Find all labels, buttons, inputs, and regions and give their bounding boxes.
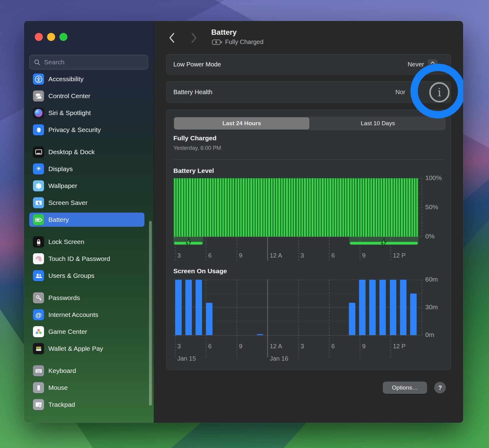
day-label: Jan 16 bbox=[270, 355, 288, 362]
chart-bar bbox=[388, 178, 390, 237]
sidebar-item-users-groups[interactable]: Users & Groups bbox=[29, 269, 144, 283]
x-axis-tick-label: 3 bbox=[301, 252, 304, 259]
chart-bar bbox=[342, 178, 344, 237]
minimize-window-button[interactable] bbox=[47, 33, 55, 41]
sidebar-item-accessibility[interactable]: Accessibility bbox=[29, 72, 144, 86]
sidebar-item-label: Wallet & Apple Pay bbox=[48, 345, 103, 352]
sidebar-scrollbar[interactable] bbox=[149, 221, 152, 406]
chart-bar bbox=[355, 178, 357, 237]
sidebar-item-siri-spotlight[interactable]: Siri & Spotlight bbox=[29, 106, 144, 120]
options-button[interactable]: Options… bbox=[383, 382, 427, 394]
low-power-mode-value: Never bbox=[408, 61, 424, 68]
chart-bar bbox=[197, 178, 198, 237]
screen-saver-icon bbox=[33, 197, 44, 208]
chart-bar bbox=[400, 280, 406, 335]
game-center-icon bbox=[33, 326, 44, 337]
chart-bar bbox=[194, 178, 196, 237]
battery-status: Fully Charged bbox=[212, 38, 264, 46]
sidebar-item-mouse[interactable]: Mouse bbox=[29, 381, 144, 395]
battery-health-info-icon[interactable]: i bbox=[429, 82, 450, 102]
tab-last-10-days[interactable]: Last 10 Days bbox=[310, 117, 446, 130]
x-axis-tick-label: 12 A bbox=[270, 252, 282, 259]
chart-bar bbox=[245, 178, 247, 237]
sidebar-item-passwords[interactable]: Passwords bbox=[29, 291, 144, 305]
zoom-window-button[interactable] bbox=[59, 33, 67, 41]
battery-usage-card: Last 24 HoursLast 10 Days Fully Charged … bbox=[166, 110, 451, 370]
chart-bar bbox=[266, 178, 267, 237]
chart-bar bbox=[353, 178, 354, 237]
x-axis-tick-label: 6 bbox=[331, 252, 335, 259]
sidebar-item-game-center[interactable]: Game Center bbox=[29, 325, 144, 339]
chart-bar bbox=[379, 280, 386, 335]
sidebar-item-internet-accounts[interactable]: @Internet Accounts bbox=[29, 308, 144, 322]
chart-bar bbox=[184, 178, 186, 237]
low-power-mode-card: Low Power Mode Never bbox=[166, 54, 451, 74]
x-axis-tick-label: 3 bbox=[177, 252, 181, 259]
y-gridline bbox=[173, 335, 422, 335]
chart-bar bbox=[368, 178, 370, 237]
chart-bar bbox=[322, 178, 323, 237]
sidebar-item-screen-saver[interactable]: Screen Saver bbox=[29, 196, 144, 210]
sidebar-item-wallpaper[interactable]: Wallpaper bbox=[29, 179, 144, 193]
chart-bar bbox=[370, 178, 372, 237]
chart-bar bbox=[369, 280, 376, 335]
plot-right-boundary bbox=[422, 280, 422, 335]
x-axis-tick-label: 6 bbox=[208, 343, 212, 350]
chart-bar bbox=[196, 280, 202, 335]
search-input[interactable] bbox=[43, 58, 137, 66]
sidebar-item-control-center[interactable]: Control Center bbox=[29, 89, 144, 103]
sidebar-item-label: Touch ID & Password bbox=[48, 255, 110, 262]
chart-bar bbox=[204, 178, 206, 237]
chart-bar bbox=[232, 178, 234, 237]
low-power-mode-popup-button[interactable] bbox=[428, 59, 438, 70]
chart-bar bbox=[235, 178, 237, 237]
close-window-button[interactable] bbox=[35, 33, 43, 41]
chart-bar bbox=[297, 178, 298, 237]
day-label: Jan 15 bbox=[177, 355, 196, 362]
chart-bar bbox=[276, 178, 277, 237]
forward-button[interactable] bbox=[189, 32, 199, 43]
help-button[interactable]: ? bbox=[434, 382, 446, 394]
chart-bar bbox=[335, 178, 336, 237]
sidebar-item-label: Wallpaper bbox=[48, 182, 77, 190]
accessibility-icon bbox=[33, 74, 44, 85]
at-sign-icon: @ bbox=[33, 309, 44, 320]
chart-bar bbox=[185, 280, 192, 335]
battery-level-chart-title: Battery Level bbox=[173, 167, 214, 174]
tab-last-24-hours[interactable]: Last 24 Hours bbox=[174, 117, 309, 130]
chart-bar bbox=[220, 178, 221, 237]
sidebar-item-privacy-security[interactable]: Privacy & Security bbox=[29, 123, 144, 137]
sidebar-item-label: Accessibility bbox=[48, 75, 83, 83]
chart-bars bbox=[173, 178, 418, 237]
sidebar-item-label: Control Center bbox=[48, 92, 91, 100]
sidebar-item-label: Game Center bbox=[48, 328, 87, 335]
sidebar-item-desktop-dock[interactable]: Desktop & Dock bbox=[29, 145, 144, 159]
chart-bar bbox=[376, 178, 377, 237]
chart-bar bbox=[248, 178, 249, 237]
chart-bar bbox=[206, 303, 212, 335]
lock-icon bbox=[33, 236, 44, 247]
control-center-icon bbox=[33, 90, 44, 102]
sidebar-item-keyboard[interactable]: Keyboard bbox=[29, 364, 144, 378]
time-range-segmented-control: Last 24 HoursLast 10 Days bbox=[173, 117, 446, 130]
sidebar-item-trackpad[interactable]: Trackpad bbox=[29, 398, 144, 412]
chart-bar bbox=[383, 178, 385, 237]
chart-bar bbox=[345, 178, 346, 237]
sidebar-item-label: Siri & Spotlight bbox=[48, 109, 91, 117]
system-settings-window: AccessibilityControl CenterSiri & Spotli… bbox=[24, 21, 463, 423]
sidebar-item-label: Passwords bbox=[48, 294, 80, 302]
sidebar-item-lock-screen[interactable]: Lock Screen bbox=[29, 235, 144, 249]
sidebar-item-displays[interactable]: ☀Displays bbox=[29, 162, 144, 176]
chart-bar bbox=[350, 178, 352, 237]
sidebar-item-battery[interactable]: Battery bbox=[29, 213, 144, 227]
chart-bar bbox=[416, 178, 418, 237]
back-button[interactable] bbox=[167, 32, 177, 43]
charging-battery-icon bbox=[212, 39, 222, 45]
chart-bar bbox=[340, 178, 341, 237]
info-glyph: i bbox=[438, 86, 441, 99]
search-field[interactable] bbox=[29, 55, 148, 70]
sidebar-item-touch-id-password[interactable]: Touch ID & Password bbox=[29, 252, 144, 266]
sidebar-item-wallet-apple-pay[interactable]: Wallet & Apple Pay bbox=[29, 342, 144, 356]
chart-bar bbox=[401, 178, 402, 237]
chevron-up-down-icon bbox=[430, 61, 435, 69]
